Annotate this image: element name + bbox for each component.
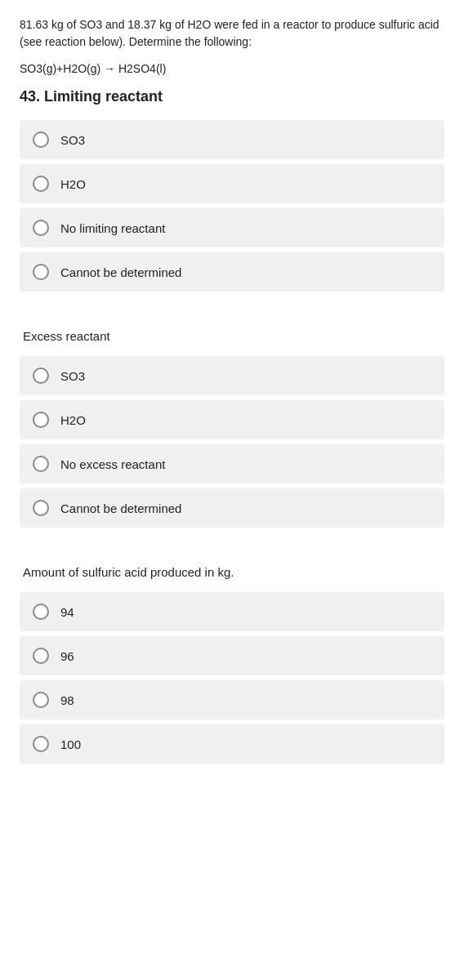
amount-label: Amount of sulfuric acid produced in kg. [23, 565, 444, 579]
option-row-lr3[interactable]: No limiting reactant [20, 208, 444, 247]
option-text-am4: 100 [60, 737, 81, 751]
radio-circle-er2 [33, 412, 49, 428]
radio-circle-lr4 [33, 264, 49, 280]
radio-circle-er1 [33, 368, 49, 384]
option-text-er1: SO3 [60, 369, 85, 383]
option-text-lr1: SO3 [60, 133, 85, 147]
radio-circle-er4 [33, 500, 49, 516]
amount-options: 949698100 [20, 592, 444, 764]
option-row-lr2[interactable]: H2O [20, 164, 444, 203]
excess-reactant-label: Excess reactant [23, 329, 444, 343]
option-row-er2[interactable]: H2O [20, 400, 444, 439]
option-row-lr4[interactable]: Cannot be determined [20, 252, 444, 292]
radio-circle-am1 [33, 604, 49, 620]
option-row-am4[interactable]: 100 [20, 724, 444, 764]
option-text-am1: 94 [60, 605, 74, 619]
option-row-er1[interactable]: SO3 [20, 356, 444, 395]
option-text-am3: 98 [60, 693, 74, 707]
question-43-label: 43. Limiting reactant [20, 88, 444, 105]
radio-circle-am3 [33, 692, 49, 708]
radio-circle-er3 [33, 456, 49, 472]
option-text-er2: H2O [60, 413, 86, 427]
option-text-lr2: H2O [60, 177, 86, 191]
excess-reactant-options: SO3H2ONo excess reactantCannot be determ… [20, 356, 444, 528]
option-row-am3[interactable]: 98 [20, 680, 444, 719]
radio-circle-lr1 [33, 131, 49, 148]
limiting-reactant-options: SO3H2ONo limiting reactantCannot be dete… [20, 120, 444, 292]
radio-circle-lr3 [33, 220, 49, 236]
option-text-lr4: Cannot be determined [60, 265, 181, 279]
intro-text: 81.63 kg of SO3 and 18.37 kg of H2O were… [20, 16, 444, 51]
page-container: 81.63 kg of SO3 and 18.37 kg of H2O were… [0, 0, 464, 801]
reaction-equation: SO3(g)+H2O(g) → H2SO4(l) [20, 62, 444, 75]
option-text-am2: 96 [60, 649, 74, 663]
radio-circle-am4 [33, 736, 49, 752]
option-text-er4: Cannot be determined [60, 501, 181, 515]
radio-circle-lr2 [33, 176, 49, 192]
option-text-er3: No excess reactant [60, 457, 165, 471]
option-row-am1[interactable]: 94 [20, 592, 444, 631]
option-row-er3[interactable]: No excess reactant [20, 444, 444, 483]
radio-circle-am2 [33, 648, 49, 664]
option-row-er4[interactable]: Cannot be determined [20, 488, 444, 528]
option-row-lr1[interactable]: SO3 [20, 120, 444, 159]
option-row-am2[interactable]: 96 [20, 636, 444, 675]
option-text-lr3: No limiting reactant [60, 221, 165, 235]
